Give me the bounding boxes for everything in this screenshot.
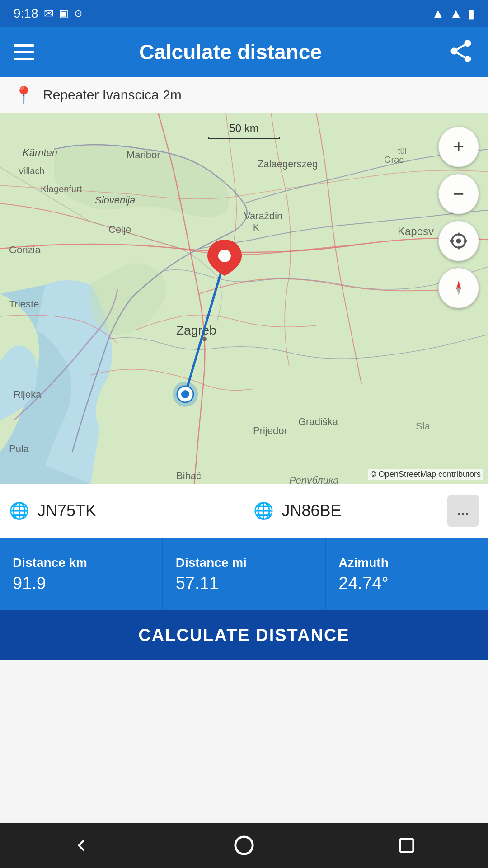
- azimuth-label: Azimuth: [338, 556, 475, 570]
- svg-text:Gradiška: Gradiška: [298, 416, 338, 427]
- svg-text:Bihać: Bihać: [176, 470, 201, 481]
- recent-apps-button[interactable]: [389, 827, 425, 863]
- status-bar-left: 9:18 ✉ ▣ ⊙: [14, 6, 82, 21]
- location-pin-icon: 📍: [14, 85, 34, 104]
- time-display: 9:18: [14, 6, 38, 21]
- svg-text:Celje: Celje: [108, 224, 131, 235]
- svg-text:Slovenija: Slovenija: [95, 194, 135, 206]
- home-button[interactable]: [226, 827, 262, 863]
- status-bar: 9:18 ✉ ▣ ⊙ ▲ ▲ ▮: [0, 0, 488, 27]
- inputs-row: 🌐 JN75TK 🌐 JN86BE ...: [0, 484, 488, 538]
- svg-text:~tül: ~tül: [393, 146, 407, 156]
- azimuth-card: Azimuth 24.74°: [326, 538, 488, 610]
- svg-text:Grac: Grac: [384, 155, 404, 165]
- more-options-button[interactable]: ...: [447, 495, 479, 527]
- wifi-icon: ▲: [432, 6, 445, 21]
- svg-text:Zagreb: Zagreb: [176, 323, 216, 337]
- svg-text:Maribor: Maribor: [127, 149, 160, 160]
- right-grid-input[interactable]: 🌐 JN86BE ...: [244, 484, 488, 538]
- zoom-out-button[interactable]: −: [438, 174, 479, 214]
- location-name: Repeater Ivanscica 2m: [43, 87, 182, 103]
- distance-mi-label: Distance mi: [176, 556, 313, 570]
- svg-text:Prijedor: Prijedor: [253, 425, 287, 436]
- map-controls: + −: [438, 127, 479, 308]
- distance-km-label: Distance km: [13, 556, 150, 570]
- right-globe-icon: 🌐: [253, 501, 274, 520]
- location-bar: 📍 Repeater Ivanscica 2m: [0, 77, 488, 113]
- svg-text:K: K: [253, 222, 259, 232]
- share-button[interactable]: [447, 38, 474, 66]
- azimuth-value: 24.74°: [338, 574, 475, 593]
- svg-text:Kaposv: Kaposv: [398, 225, 434, 237]
- svg-point-31: [218, 250, 231, 262]
- svg-text:Villach: Villach: [18, 166, 45, 176]
- svg-point-37: [457, 239, 460, 242]
- app-bar: Calculate distance: [0, 27, 488, 77]
- app-title: Calculate distance: [36, 40, 425, 64]
- email-icon: ✉: [44, 7, 54, 21]
- svg-text:Klagenfurt: Klagenfurt: [41, 184, 82, 194]
- map-container[interactable]: Kärnten Villach Klagenfurt Maribor Slove…: [0, 113, 488, 484]
- svg-rect-45: [400, 839, 413, 852]
- results-row: Distance km 91.9 Distance mi 57.11 Azimu…: [0, 538, 488, 610]
- svg-text:Trieste: Trieste: [9, 298, 39, 310]
- svg-text:Република: Република: [289, 475, 339, 484]
- svg-text:Zalaegerszeg: Zalaegerszeg: [258, 158, 318, 170]
- svg-text:Kärnten: Kärnten: [23, 147, 57, 158]
- distance-mi-card: Distance mi 57.11: [163, 538, 326, 610]
- distance-km-value: 91.9: [13, 574, 150, 593]
- svg-text:Sla: Sla: [416, 420, 431, 432]
- osm-attribution: © OpenStreetMap contributors: [368, 469, 483, 480]
- signal-icon: ▲: [450, 6, 462, 21]
- svg-point-35: [202, 337, 207, 341]
- svg-text:Varaždin: Varaždin: [244, 210, 282, 222]
- svg-point-44: [235, 837, 253, 854]
- locate-button[interactable]: [438, 221, 479, 261]
- menu-button[interactable]: [14, 41, 36, 63]
- scale-line-indicator: [208, 137, 280, 139]
- nav-bar: [0, 823, 488, 868]
- calculate-distance-button[interactable]: CALCULATE DISTANCE: [0, 610, 488, 660]
- right-grid-value: JN86BE: [282, 501, 440, 520]
- svg-point-34: [181, 390, 189, 398]
- scale-label: 50 km: [229, 122, 258, 135]
- scale-bar: 50 km: [208, 122, 280, 139]
- battery-icon: ▮: [468, 6, 474, 21]
- compass-button[interactable]: [438, 268, 479, 308]
- distance-km-card: Distance km 91.9: [0, 538, 163, 610]
- distance-mi-value: 57.11: [176, 574, 313, 593]
- status-bar-right: ▲ ▲ ▮: [432, 6, 474, 21]
- cast-icon: ⊙: [74, 8, 82, 19]
- svg-text:Gorizia: Gorizia: [9, 244, 41, 255]
- sim-icon: ▣: [59, 8, 69, 19]
- left-grid-input[interactable]: 🌐 JN75TK: [0, 484, 244, 538]
- svg-text:Pula: Pula: [9, 443, 29, 454]
- zoom-in-button[interactable]: +: [438, 127, 479, 167]
- left-grid-value: JN75TK: [38, 501, 235, 520]
- left-globe-icon: 🌐: [9, 501, 29, 520]
- back-button[interactable]: [63, 827, 99, 863]
